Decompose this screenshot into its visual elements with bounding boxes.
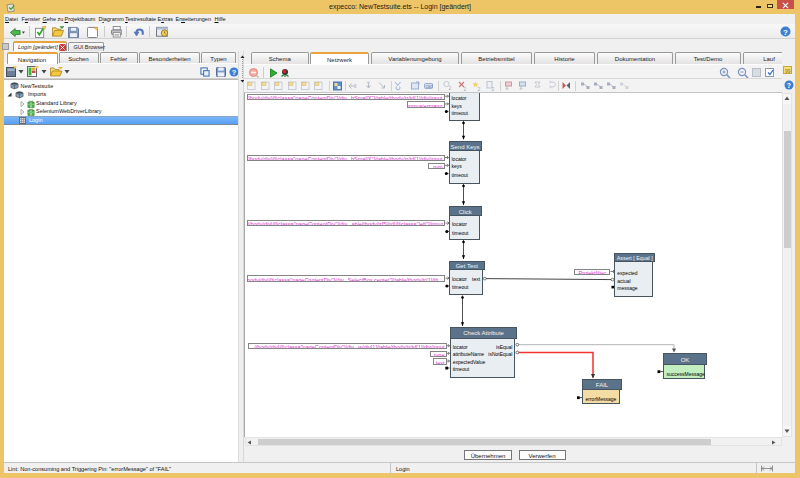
svg-text:2: 2 <box>464 86 467 92</box>
svg-text:cad: cad <box>426 84 434 89</box>
svg-text:2: 2 <box>492 86 495 92</box>
svg-text:?: ? <box>232 67 237 76</box>
svg-text:2: 2 <box>478 86 481 92</box>
svg-text:?: ? <box>787 82 791 89</box>
svg-text:?: ? <box>783 28 788 37</box>
